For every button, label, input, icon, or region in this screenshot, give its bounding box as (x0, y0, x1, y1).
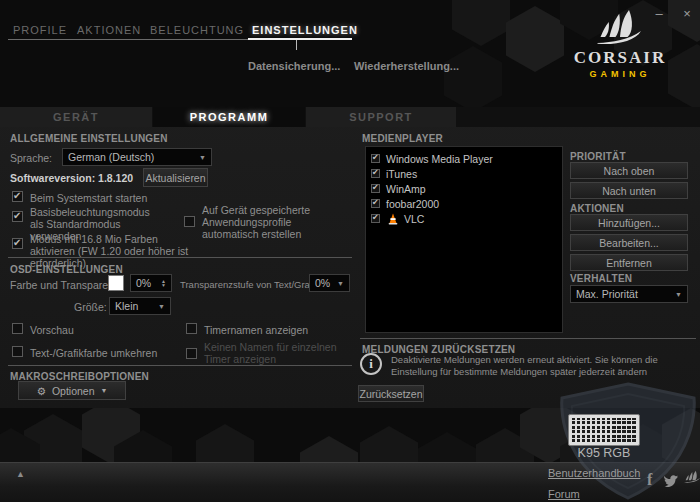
checkbox-timer-names-label: Timernamen anzeigen (204, 324, 308, 336)
checkbox-no-single-timer-name-label: Keinen Namen für einzelnen Timer anzeige… (204, 341, 352, 365)
divider (360, 338, 696, 339)
checkbox-preview[interactable] (12, 323, 23, 334)
checkbox[interactable] (371, 184, 380, 193)
media-player-list[interactable]: Windows Media Player iTunes WinAmp fooba… (365, 146, 563, 333)
macro-options-dropdown[interactable]: ⚙ Optionen ▼ (18, 381, 126, 400)
media-player-label: WinAmp (386, 183, 426, 195)
divider (8, 365, 352, 366)
section-title-osd: OSD-EINSTELLUNGEN (10, 264, 123, 275)
collapse-arrow-icon[interactable]: ▲ (16, 469, 25, 479)
behavior-dropdown[interactable]: Max. Priorität ▼ (570, 285, 688, 303)
checkbox[interactable] (371, 154, 380, 163)
brand-tagline: GAMING (556, 69, 684, 79)
chevron-down-icon: ▼ (337, 280, 344, 287)
osd-text-transparency-label: Transparenzstufe von Text/Grafik: (180, 279, 322, 291)
sub-tabstrip: GERÄT PROGRAMM SUPPORT (0, 107, 700, 127)
media-player-label: VLC (404, 213, 424, 225)
language-label: Sprache: (10, 152, 52, 164)
tab-programm[interactable]: PROGRAMM (153, 107, 305, 127)
hexagon (452, 0, 510, 46)
facebook-icon[interactable]: f (647, 471, 652, 489)
submenu-item-datensicherung[interactable]: Datensicherung... (248, 60, 340, 72)
checkbox-no-single-timer-name (186, 348, 197, 359)
settings-panel: GERÄT PROGRAMM SUPPORT ALLGEMEINE EINSTE… (0, 107, 700, 408)
osd-size-label: Größe: (74, 301, 107, 313)
reset-button[interactable]: Zurücksetzen (358, 385, 424, 402)
checkbox-168m-colors[interactable] (12, 238, 23, 249)
behavior-value: Max. Priorität (576, 288, 638, 300)
osd-size-dropdown[interactable]: Klein ▼ (109, 297, 171, 315)
forum-link[interactable]: Forum (548, 488, 580, 500)
nav-item-beleuchtung[interactable]: BELEUCHTUNG (150, 24, 244, 36)
osd-text-transparency-dropdown[interactable]: 0% ▼ (309, 274, 350, 292)
tab-support[interactable]: SUPPORT (306, 107, 456, 127)
language-value: German (Deutsch) (68, 151, 154, 163)
osd-color-swatch[interactable] (108, 275, 124, 291)
checkbox-device-profiles-label: Auf Gerät gespeicherte Anwendungsprofile… (202, 204, 344, 240)
gear-icon: ⚙ (37, 385, 46, 397)
checkbox-preview-label: Vorschau (30, 324, 74, 336)
chevron-down-icon: ▼ (158, 303, 165, 310)
corsair-sails-icon (596, 10, 644, 46)
osd-text-transparency-value: 0% (315, 277, 330, 289)
software-version: Softwareversion: 1.8.120 (10, 172, 133, 184)
update-button[interactable]: Aktualisieren (143, 168, 208, 187)
media-row-winamp[interactable]: WinAmp (366, 182, 562, 197)
manual-link[interactable]: Benutzerhandbuch (548, 467, 640, 479)
brand-name: CORSAIR (556, 48, 684, 68)
nav-underline-active (248, 38, 352, 40)
checkbox-autostart[interactable] (12, 191, 23, 202)
notifications-text: Deaktivierte Meldungen werden erneut akt… (391, 354, 691, 378)
chevron-down-icon: ▼ (101, 387, 108, 394)
section-title-behavior: VERHALTEN (570, 273, 632, 284)
media-row-wmp[interactable]: Windows Media Player (366, 152, 562, 167)
move-up-button[interactable]: Nach oben (570, 162, 688, 179)
media-row-itunes[interactable]: iTunes (366, 167, 562, 182)
checkbox-invert-colors[interactable] (12, 346, 23, 357)
checkbox-autostart-label: Beim Systemstart starten (30, 192, 147, 204)
move-down-button[interactable]: Nach unten (570, 182, 688, 199)
nav-pointer-tick (296, 40, 297, 50)
tab-geraet[interactable]: GERÄT (0, 107, 152, 127)
language-dropdown[interactable]: German (Deutsch) ▼ (62, 148, 212, 166)
minimize-button[interactable]: – (650, 5, 668, 23)
checkbox-device-profiles[interactable] (184, 216, 195, 227)
checkbox[interactable] (371, 214, 380, 223)
media-player-label: iTunes (386, 168, 417, 180)
checkbox-basic-lighting[interactable] (12, 211, 23, 222)
section-title-mediaplayer: MEDIENPLAYER (362, 133, 443, 144)
media-player-label: foobar2000 (386, 198, 439, 210)
osd-color-label: Farbe und Transparenz (10, 279, 119, 291)
stepper-arrows-icon[interactable]: ▲▼ (161, 279, 166, 288)
corsair-social-icon[interactable] (684, 470, 700, 484)
section-title-actions: AKTIONEN (570, 203, 624, 214)
macro-options-label: Optionen (52, 385, 95, 397)
checkbox-timer-names[interactable] (186, 323, 197, 334)
chevron-down-icon: ▼ (199, 154, 206, 161)
add-button[interactable]: Hinzufügen... (570, 214, 688, 231)
checkbox[interactable] (371, 199, 380, 208)
osd-transparency-stepper[interactable]: 0% ▲▼ (130, 274, 172, 292)
vlc-cone-icon (387, 213, 399, 225)
hexagon (444, 46, 502, 112)
nav-item-aktionen[interactable]: AKTIONEN (77, 24, 141, 36)
twitter-icon[interactable] (664, 475, 679, 487)
checkbox-invert-colors-label: Text-/Grafikfarbe umkehren (30, 347, 157, 359)
remove-button[interactable]: Entfernen (570, 254, 688, 271)
section-title-priority: PRIORITÄT (570, 151, 626, 162)
checkbox[interactable] (371, 169, 380, 178)
media-player-label: Windows Media Player (386, 153, 493, 165)
media-row-vlc[interactable]: VLC (366, 212, 562, 227)
osd-transparency-value: 0% (136, 277, 151, 289)
device-name: K95 RGB (552, 446, 656, 460)
divider (8, 257, 352, 258)
section-title-general: ALLGEMEINE EINSTELLUNGEN (10, 133, 168, 144)
info-icon: i (360, 353, 382, 375)
nav-item-profile[interactable]: PROFILE (13, 24, 67, 36)
media-row-foobar[interactable]: foobar2000 (366, 197, 562, 212)
nav-item-einstellungen[interactable]: EINSTELLUNGEN (252, 24, 358, 36)
close-button[interactable]: × (678, 5, 696, 23)
osd-size-value: Klein (115, 300, 138, 312)
submenu-item-wiederherstellung[interactable]: Wiederherstellung... (354, 60, 459, 72)
edit-button[interactable]: Bearbeiten... (570, 234, 688, 251)
